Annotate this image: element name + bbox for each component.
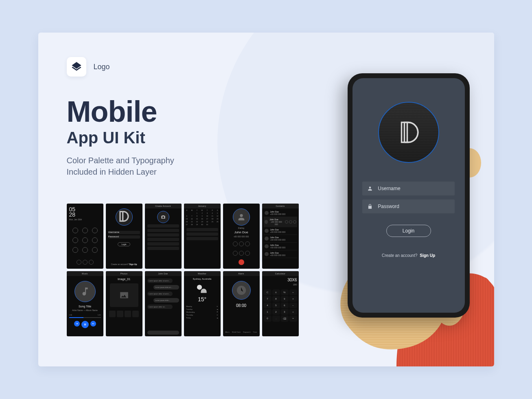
pin-pad: [72, 228, 98, 253]
calendar-title: January: [184, 204, 221, 208]
login-button[interactable]: Login: [386, 225, 431, 237]
lockscreen-time: 05 28: [69, 207, 76, 217]
weather-city: Sydney, Australia: [193, 278, 212, 280]
svg-point-1: [197, 285, 201, 289]
phone-mockup: Username Password Login Create an accoun…: [348, 73, 470, 318]
login-form: Username Password Login: [362, 182, 454, 237]
thumb-weather[interactable]: Weather Sydney, Australia 15° Monday☀ Tu…: [184, 271, 221, 336]
camera-icon: [157, 211, 169, 223]
brand-label: Logo: [94, 63, 110, 71]
signup-row: Create an account? Sign Up: [382, 253, 435, 258]
photo-thumbs: [109, 311, 139, 317]
username-field-mini: Username: [108, 231, 140, 234]
create-account-title: Create Account: [145, 204, 182, 208]
brand-row: Logo: [67, 57, 110, 77]
username-placeholder: Username: [378, 186, 400, 191]
alarm-time: 08:00: [236, 303, 246, 308]
app-logo: [378, 102, 439, 163]
promo-canvas: Logo Mobile App UI Kit Color Palette and…: [38, 33, 494, 366]
lockscreen-date: Mon, Jan 26th: [69, 218, 82, 221]
chat-input-mini: [147, 331, 179, 335]
photo-name: Image_01: [118, 278, 130, 281]
thumb-photos[interactable]: Photos Image_01: [106, 271, 142, 336]
layers-icon: [71, 61, 82, 72]
lock-icon: [367, 204, 373, 209]
headline-line2: App UI Kit: [67, 129, 157, 147]
album-art-icon: [74, 281, 96, 302]
chat-title: John Doe: [145, 271, 182, 276]
app-logo-icon: [116, 208, 133, 226]
login-button-mini: Login: [118, 242, 130, 246]
thumb-chat[interactable]: John Doe Lorem ipsum dolor sit amet… Lor…: [145, 271, 182, 336]
password-field-mini: Password: [108, 235, 140, 239]
signup-link[interactable]: Sign Up: [420, 253, 435, 258]
password-input[interactable]: Password: [362, 200, 454, 213]
password-placeholder: Password: [378, 204, 399, 209]
alarm-title: Alarm: [223, 271, 260, 276]
weather-temp: 15°: [198, 296, 206, 303]
subheadline: Color Palette and Typography Included in…: [67, 155, 174, 178]
thumb-login[interactable]: Username Password Login Create an accoun…: [106, 204, 142, 269]
weather-icon: [194, 283, 211, 295]
username-input[interactable]: Username: [362, 182, 454, 195]
dialing-number: +00 000 000 000: [234, 235, 249, 238]
avatar-icon: [233, 208, 250, 226]
music-title: Music: [67, 271, 103, 276]
song-title: Song Title: [79, 305, 91, 308]
thumb-calendar[interactable]: January SMTWTFS 12345 6789101112 1314151…: [184, 204, 221, 269]
clock-face-icon: [232, 281, 251, 300]
thumb-alarm[interactable]: Alarm 08:00 AlarmWorld ClockStopwatchTim…: [223, 271, 260, 336]
headline: Mobile App UI Kit: [67, 98, 157, 147]
end-call-icon: [239, 259, 244, 265]
signup-prompt: Create an account?: [382, 253, 417, 258]
photos-title: Photos: [106, 271, 142, 276]
signup-line-mini: Create an account? Sign Up: [111, 263, 137, 265]
calendar-grid: SMTWTFS 12345 6789101112 13141516171819 …: [184, 208, 221, 226]
d-logo-icon: [394, 118, 423, 147]
song-artist: Artist Name — Album Name: [72, 309, 98, 311]
image-placeholder-icon: [110, 283, 138, 307]
thumb-music[interactable]: Music Song Title Artist Name — Album Nam…: [67, 271, 103, 336]
thumb-lockscreen[interactable]: 05 28 Mon, Jan 26th: [67, 204, 103, 269]
svg-point-0: [122, 293, 123, 294]
subhead-line2: Included in Hidden Layer: [67, 166, 174, 178]
dialing-label: Dialing: [238, 227, 244, 229]
player-controls: [74, 321, 96, 328]
brand-badge: [67, 57, 86, 77]
headline-line1: Mobile: [67, 98, 157, 125]
phone-screen: Username Password Login Create an accoun…: [352, 78, 465, 313]
screens-grid: 05 28 Mon, Jan 26th Username Password Lo…: [67, 204, 299, 336]
thumb-create-account[interactable]: Create Account: [145, 204, 182, 269]
thumb-dialing[interactable]: Dialing John Doe +00 000 000 000: [223, 204, 260, 269]
weather-title: Weather: [184, 271, 221, 276]
dialing-name: John Doe: [234, 230, 248, 234]
user-icon: [367, 186, 373, 191]
subhead-line1: Color Palette and Typography: [67, 155, 174, 166]
